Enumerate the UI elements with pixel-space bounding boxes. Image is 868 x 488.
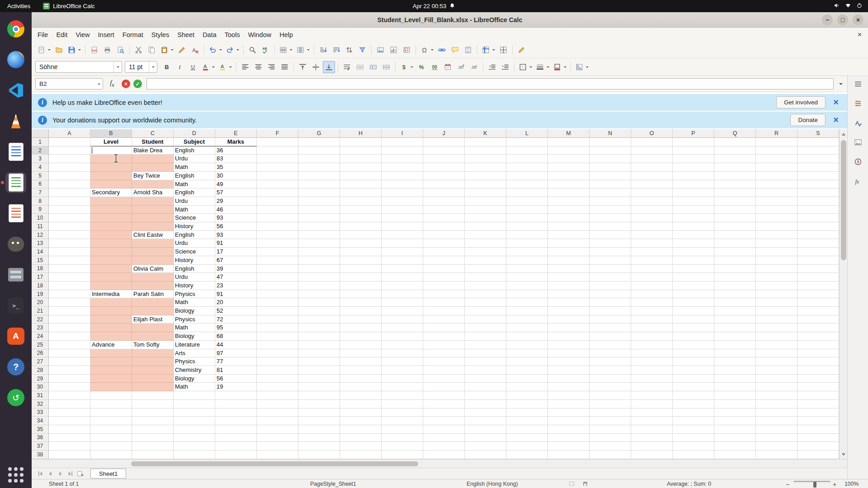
- cell-Q20[interactable]: [714, 298, 756, 307]
- cell-N29[interactable]: [590, 375, 631, 383]
- cell-F5[interactable]: [257, 172, 298, 180]
- previous-sheet-button[interactable]: [45, 469, 55, 478]
- column-header-S[interactable]: S: [797, 129, 839, 138]
- cell-S25[interactable]: [797, 341, 839, 349]
- zoom-slider[interactable]: [793, 481, 830, 482]
- cell-O36[interactable]: [631, 434, 673, 442]
- cell-D37[interactable]: [174, 442, 215, 450]
- cell-H10[interactable]: [340, 214, 382, 222]
- cell-C7[interactable]: Arnold Sha: [132, 188, 174, 197]
- undo-button[interactable]: [207, 44, 223, 56]
- cell-J19[interactable]: [423, 290, 465, 299]
- cell-F12[interactable]: [257, 231, 298, 239]
- cell-D13[interactable]: Urdu: [174, 239, 215, 248]
- row-header-9[interactable]: 9: [32, 206, 49, 214]
- cell-G15[interactable]: [298, 256, 340, 265]
- cell-C10[interactable]: [132, 214, 174, 222]
- cell-J29[interactable]: [423, 375, 465, 383]
- cell-G24[interactable]: [298, 332, 340, 341]
- chevron-down-icon[interactable]: [149, 61, 157, 72]
- cell-L19[interactable]: [506, 290, 548, 299]
- cell-F9[interactable]: [257, 206, 298, 214]
- cell-A21[interactable]: [49, 307, 90, 315]
- cell-G26[interactable]: [298, 349, 340, 358]
- column-header-M[interactable]: M: [548, 129, 590, 138]
- cell-S23[interactable]: [797, 324, 839, 332]
- cell-I1[interactable]: [382, 138, 423, 146]
- cell-B11[interactable]: [90, 222, 132, 231]
- cell-N19[interactable]: [590, 290, 631, 299]
- cell-P19[interactable]: [673, 290, 714, 299]
- headers-footers-button[interactable]: [462, 44, 474, 56]
- cell-J21[interactable]: [423, 307, 465, 315]
- cell-N4[interactable]: [590, 163, 631, 172]
- find-replace-button[interactable]: [246, 44, 259, 56]
- cut-button[interactable]: [132, 44, 145, 56]
- cell-Q2[interactable]: [714, 146, 756, 155]
- cell-M31[interactable]: [548, 391, 590, 400]
- cell-A5[interactable]: [49, 172, 90, 180]
- cell-F31[interactable]: [257, 391, 298, 400]
- cell-M16[interactable]: [548, 265, 590, 273]
- cell-E11[interactable]: 56: [215, 222, 257, 231]
- cell-A16[interactable]: [49, 265, 90, 273]
- cell-L11[interactable]: [506, 222, 548, 231]
- cell-O9[interactable]: [631, 206, 673, 214]
- wrap-text-button[interactable]: [341, 61, 353, 73]
- cell-K35[interactable]: [465, 425, 506, 434]
- cell-J36[interactable]: [423, 434, 465, 442]
- next-sheet-button[interactable]: [55, 469, 65, 478]
- cell-Q13[interactable]: [714, 239, 756, 248]
- cell-M3[interactable]: [548, 155, 590, 163]
- cell-S29[interactable]: [797, 375, 839, 383]
- cell-S37[interactable]: [797, 442, 839, 450]
- cell-N23[interactable]: [590, 324, 631, 332]
- cell-L28[interactable]: [506, 366, 548, 375]
- cell-D27[interactable]: Physics: [174, 357, 215, 366]
- cell-E3[interactable]: 83: [215, 155, 257, 163]
- dock-icon-libreoffice-calc[interactable]: [5, 172, 26, 193]
- cell-N5[interactable]: [590, 172, 631, 180]
- cell-S5[interactable]: [797, 172, 839, 180]
- cell-K22[interactable]: [465, 315, 506, 324]
- cell-R26[interactable]: [756, 349, 797, 358]
- menu-insert[interactable]: Insert: [94, 29, 118, 40]
- cell-B26[interactable]: [90, 349, 132, 358]
- cell-M32[interactable]: [548, 400, 590, 408]
- cell-S24[interactable]: [797, 332, 839, 341]
- cell-K18[interactable]: [465, 282, 506, 290]
- cell-H21[interactable]: [340, 307, 382, 315]
- open-button[interactable]: [53, 44, 65, 56]
- functions-icon[interactable]: fx: [852, 175, 864, 187]
- cell-D7[interactable]: English: [174, 188, 215, 197]
- cell-N37[interactable]: [590, 442, 631, 450]
- cell-N7[interactable]: [590, 188, 631, 197]
- cell-G32[interactable]: [298, 400, 340, 408]
- cell-R2[interactable]: [756, 146, 797, 155]
- save-dropdown[interactable]: [78, 49, 81, 52]
- cell-M11[interactable]: [548, 222, 590, 231]
- cell-Q32[interactable]: [714, 400, 756, 408]
- cell-I10[interactable]: [382, 214, 423, 222]
- cell-G27[interactable]: [298, 357, 340, 366]
- cell-M8[interactable]: [548, 197, 590, 206]
- cell-H14[interactable]: [340, 248, 382, 256]
- cell-O25[interactable]: [631, 341, 673, 349]
- column-header-D[interactable]: D: [174, 129, 215, 138]
- row-header-25[interactable]: 25: [32, 341, 49, 349]
- cell-H15[interactable]: [340, 256, 382, 265]
- insert-chart-button[interactable]: [387, 44, 400, 56]
- cell-S10[interactable]: [797, 214, 839, 222]
- cell-K33[interactable]: [465, 408, 506, 417]
- cell-S9[interactable]: [797, 206, 839, 214]
- cell-K24[interactable]: [465, 332, 506, 341]
- row-header-30[interactable]: 30: [32, 383, 49, 391]
- cell-J14[interactable]: [423, 248, 465, 256]
- cell-F35[interactable]: [257, 425, 298, 434]
- cell-R27[interactable]: [756, 357, 797, 366]
- cell-P13[interactable]: [673, 239, 714, 248]
- cell-M2[interactable]: [548, 146, 590, 155]
- cell-S38[interactable]: [797, 450, 839, 459]
- cell-O35[interactable]: [631, 425, 673, 434]
- sidebar-settings-icon[interactable]: [852, 78, 864, 90]
